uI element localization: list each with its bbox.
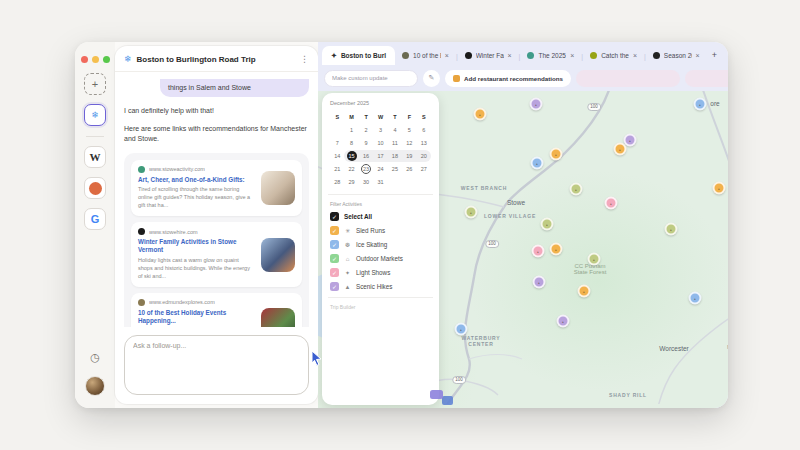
calendar-day[interactable]: 4 [388, 124, 402, 136]
calendar-day[interactable]: 11 [388, 137, 402, 149]
map-marker-sled[interactable]: • [550, 243, 563, 256]
calendar-day[interactable] [417, 176, 431, 188]
map-marker-skate[interactable]: • [689, 292, 702, 305]
tab-close-icon[interactable]: × [696, 52, 700, 59]
calendar-day-circled[interactable]: 23 [359, 163, 373, 175]
edit-icon[interactable]: ✎ [423, 70, 440, 87]
zoom-window-button[interactable] [103, 56, 110, 63]
tab-item[interactable]: The 2025 H× [520, 46, 581, 65]
sidebar-item-assistant[interactable]: ❄ [84, 104, 106, 126]
map-marker-sled[interactable]: • [614, 143, 627, 156]
checkbox-checked-icon[interactable]: ✓ [330, 212, 339, 221]
custom-update-input[interactable] [324, 70, 418, 87]
calendar-day[interactable]: 29 [344, 176, 358, 188]
calendar-day[interactable]: 5 [402, 124, 416, 136]
checkbox-checked-icon[interactable]: ✓ [330, 226, 339, 235]
calendar-day[interactable]: 14 [330, 150, 344, 162]
calendar-day[interactable]: 2 [359, 124, 373, 136]
followup-input[interactable] [133, 342, 300, 388]
map-marker-market[interactable]: • [541, 218, 554, 231]
calendar-day[interactable]: 21 [330, 163, 344, 175]
history-icon[interactable]: ◷ [90, 351, 100, 364]
map-marker-lights[interactable]: • [532, 245, 545, 258]
new-tab-button[interactable]: + [707, 50, 722, 60]
map-marker-sled[interactable]: • [713, 182, 726, 195]
map-marker-market[interactable]: • [570, 183, 583, 196]
calendar-day[interactable] [402, 176, 416, 188]
tab-item[interactable]: Season 202× [646, 46, 707, 65]
faded-suggestion-chip[interactable] [576, 70, 680, 87]
calendar-day[interactable]: 17 [373, 150, 387, 162]
calendar-day[interactable]: 8 [344, 137, 358, 149]
map-marker-lights[interactable]: • [605, 197, 618, 210]
map-marker-sled[interactable]: • [550, 148, 563, 161]
sidebar-item-orange-app[interactable] [84, 177, 106, 199]
tab-close-icon[interactable]: × [633, 52, 637, 59]
trip-builder-button[interactable] [430, 390, 443, 399]
link-card[interactable]: www.stowehire.comWinter Family Activitie… [131, 222, 302, 287]
map-marker-skate[interactable]: • [455, 323, 468, 336]
filter-checkbox-row[interactable]: ✓▲Scenic Hikes [330, 282, 431, 291]
link-card[interactable]: www.stoweactivity.comArt, Cheer, and One… [131, 160, 302, 217]
filter-checkbox-row[interactable]: ✓✦Light Shows [330, 268, 431, 277]
tab-item[interactable]: 10 of the Be× [395, 46, 456, 65]
map-marker-market[interactable]: • [665, 223, 678, 236]
tab-close-icon[interactable]: × [445, 52, 449, 59]
map-feedback-button[interactable] [442, 396, 453, 405]
map-canvas[interactable]: WEST BRANCHStoweLOWER VILLAGECC Putnam S… [318, 91, 728, 408]
calendar-day[interactable]: 30 [359, 176, 373, 188]
calendar-day[interactable]: 28 [330, 176, 344, 188]
calendar-day[interactable]: 12 [402, 137, 416, 149]
faded-suggestion-chip[interactable] [685, 70, 728, 87]
calendar-day[interactable] [388, 176, 402, 188]
filter-checkbox-row[interactable]: ✓⌂Outdoor Markets [330, 254, 431, 263]
checkbox-checked-icon[interactable]: ✓ [330, 254, 339, 263]
calendar-day[interactable]: 13 [417, 137, 431, 149]
tab-item[interactable]: Catch the T× [583, 46, 644, 65]
calendar-day[interactable]: 24 [373, 163, 387, 175]
map-marker-hike[interactable]: • [557, 315, 570, 328]
calendar-day[interactable]: 19 [402, 150, 416, 162]
chat-menu-icon[interactable]: ⋮ [300, 54, 309, 64]
close-window-button[interactable] [81, 56, 88, 63]
map-marker-market[interactable]: • [465, 206, 478, 219]
calendar-day[interactable]: 9 [359, 137, 373, 149]
filter-checkbox-row[interactable]: ✓Select All [330, 212, 431, 221]
calendar-day[interactable]: 22 [344, 163, 358, 175]
calendar-day[interactable]: 26 [402, 163, 416, 175]
new-item-button[interactable]: + [84, 73, 106, 95]
calendar-day-selected[interactable]: 15 [344, 150, 358, 162]
map-marker-hike[interactable]: • [533, 276, 546, 289]
calendar-day[interactable]: 10 [373, 137, 387, 149]
calendar-day[interactable]: 6 [417, 124, 431, 136]
calendar-day[interactable]: 20 [417, 150, 431, 162]
calendar-day[interactable]: 1 [344, 124, 358, 136]
map-marker-skate[interactable]: • [694, 98, 707, 111]
checkbox-checked-icon[interactable]: ✓ [330, 282, 339, 291]
link-card[interactable]: www.edmundexplores.com10 of the Best Hol… [131, 293, 302, 327]
map-marker-sled[interactable]: • [578, 285, 591, 298]
checkbox-checked-icon[interactable]: ✓ [330, 268, 339, 277]
calendar-day[interactable]: 31 [373, 176, 387, 188]
avatar[interactable] [85, 376, 105, 396]
sidebar-item-w-app[interactable]: W [84, 146, 106, 168]
calendar-day[interactable]: 7 [330, 137, 344, 149]
tab-active-boston[interactable]: ✦ Boston to Burl [322, 46, 395, 65]
calendar-day[interactable] [330, 124, 344, 136]
map-marker-sled[interactable]: • [474, 108, 487, 121]
calendar-day[interactable]: 18 [388, 150, 402, 162]
sidebar-item-google[interactable]: G [84, 208, 106, 230]
checkbox-checked-icon[interactable]: ✓ [330, 240, 339, 249]
tab-close-icon[interactable]: × [570, 52, 574, 59]
tab-item[interactable]: Winter Famil× [458, 46, 519, 65]
map-marker-market[interactable]: • [588, 253, 601, 266]
calendar-day[interactable]: 25 [388, 163, 402, 175]
calendar-day[interactable]: 3 [373, 124, 387, 136]
add-restaurant-chip[interactable]: Add restaurant recommendations [445, 70, 571, 87]
calendar-day[interactable]: 16 [359, 150, 373, 162]
calendar-day[interactable]: 27 [417, 163, 431, 175]
tab-close-icon[interactable]: × [508, 52, 512, 59]
map-marker-hike[interactable]: • [530, 98, 543, 111]
minimize-window-button[interactable] [92, 56, 99, 63]
filter-checkbox-row[interactable]: ✓✳Sled Runs [330, 226, 431, 235]
